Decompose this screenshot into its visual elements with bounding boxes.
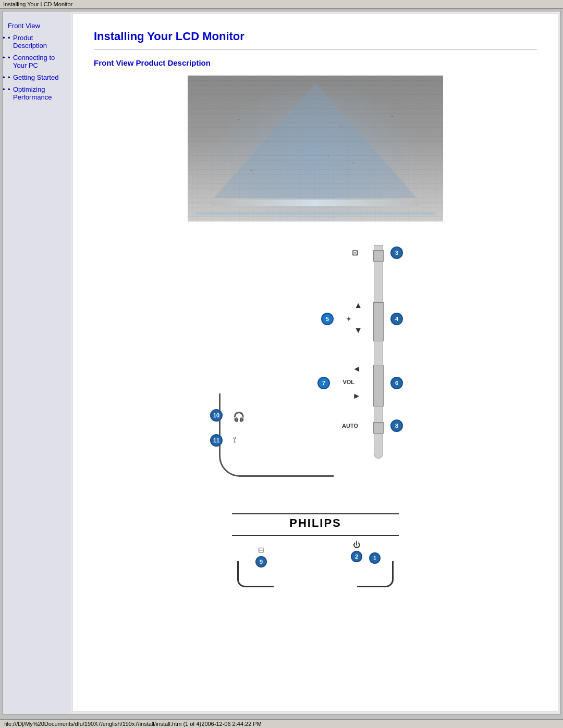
sidebar-item-front-view[interactable]: Front View <box>8 22 40 30</box>
content-area: Installing Your LCD Monitor Front View P… <box>72 14 558 712</box>
button-7: 7 <box>317 377 330 389</box>
button-2: 2 <box>351 551 362 562</box>
sun-icon: ✦ <box>346 315 352 323</box>
right-arrow: ► <box>352 391 361 401</box>
sidebar-item-getting-started[interactable]: Getting Started <box>13 73 58 81</box>
sidebar-item-connecting[interactable]: Connecting to Your PC <box>13 54 55 69</box>
monitor-top-image <box>188 76 443 221</box>
slot-top <box>373 250 384 262</box>
page-title: Installing Your LCD Monitor <box>94 30 537 43</box>
sidebar-item-optimizing[interactable]: Optimizing Performance <box>13 85 52 101</box>
button-1: 1 <box>369 552 381 564</box>
slot-6 <box>373 365 384 406</box>
philips-logo: PHILIPS <box>222 516 409 530</box>
button-8: 8 <box>390 419 403 432</box>
slot-4 <box>373 302 384 341</box>
pixel-art <box>188 76 443 221</box>
sidebar: Front View • Produt Description • Connec… <box>3 11 70 714</box>
section-title: Front View Product Description <box>94 58 537 67</box>
button-11: 11 <box>210 434 223 447</box>
button-9-group: ⊟ 9 <box>255 546 267 567</box>
button-5: 5 <box>321 313 334 325</box>
title-bar: Installing Your LCD Monitor <box>0 0 563 9</box>
button-9: 9 <box>255 556 267 567</box>
title-bar-text: Installing Your LCD Monitor <box>3 1 72 7</box>
ok-icon: ⊡ <box>352 249 358 257</box>
status-bar: file:///D|/My%20Documents/dfu/190X7/engl… <box>0 719 563 728</box>
button-4: 4 <box>390 313 403 325</box>
left-panel <box>219 393 334 477</box>
divider <box>94 50 537 50</box>
bottom-section: PHILIPS ⊟ 9 <box>222 513 409 587</box>
base-line-top <box>232 513 399 514</box>
headphone-icon: 🎧 <box>233 411 244 423</box>
up-arrow: ▲ <box>354 301 362 310</box>
down-arrow: ▼ <box>354 326 362 335</box>
slot-8 <box>373 422 384 434</box>
usb-icon: ⟟ <box>233 435 236 445</box>
menu-icon: ⊟ <box>258 546 264 554</box>
main-container: Front View • Produt Description • Connec… <box>2 11 561 714</box>
base-line-bottom <box>232 535 399 536</box>
button-10: 10 <box>210 409 223 422</box>
sidebar-nav: Front View • Produt Description • Connec… <box>8 22 65 101</box>
sidebar-item-produt-desc[interactable]: Produt Description <box>13 34 47 50</box>
left-arrow: ◄ <box>352 364 361 374</box>
monitor-image-container: ⊡ 3 ▲ 5 ✦ ▼ 4 <box>94 76 537 587</box>
button-3: 3 <box>390 246 403 259</box>
button-6: 6 <box>390 377 403 389</box>
status-bar-text: file:///D|/My%20Documents/dfu/190X7/engl… <box>4 721 262 727</box>
vol-label-right: VOL <box>342 379 354 385</box>
button-2-group: ⏻ 2 <box>351 540 362 562</box>
monitor-diagram: ⊡ 3 ▲ 5 ✦ ▼ 4 <box>195 237 435 498</box>
auto-label: AUTO <box>342 423 358 429</box>
right-foot <box>357 561 394 587</box>
base-panel-container: ⊟ 9 ⏻ 2 <box>222 535 409 587</box>
power-icon: ⏻ <box>353 540 360 549</box>
